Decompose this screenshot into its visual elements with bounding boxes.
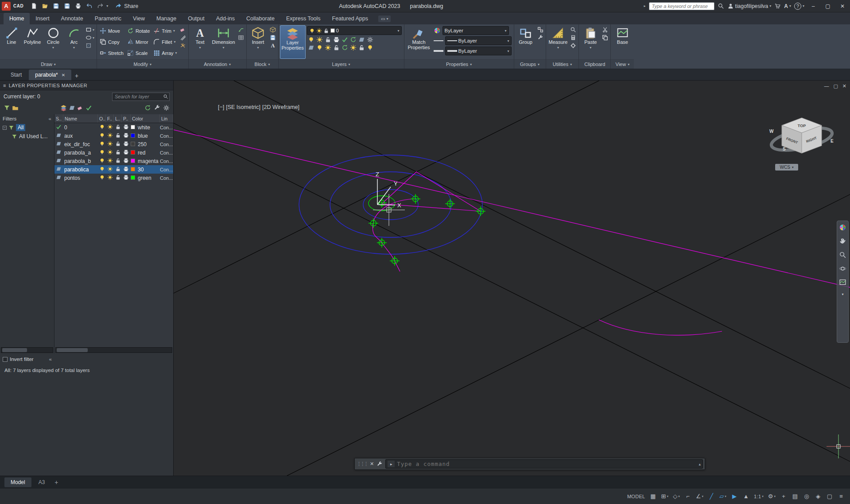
erase-tool[interactable] [180,27,186,33]
ellipse-tool[interactable]: ▾ [85,35,94,41]
doc-close-icon[interactable]: ✕ [842,83,846,89]
plot-button[interactable] [73,1,83,11]
offset-tool[interactable] [180,35,186,41]
zoom-icon[interactable] [839,251,846,259]
layer-tool-lpar-icon[interactable] [358,36,365,43]
drawing-area[interactable]: Z Y X [−] [SE Isometric] [2D W [174,81,850,476]
layer-linetype[interactable]: Con... [160,142,173,147]
orbit-icon[interactable] [839,265,846,272]
command-line-close-icon[interactable]: ✕ [370,461,374,467]
layer-properties-button[interactable]: Layer Properties [280,25,306,59]
linetype-icon[interactable] [434,40,443,41]
ribbon-tab-view[interactable]: View [127,13,151,24]
base-view-tool[interactable]: Base [612,25,633,59]
color-wheel-icon[interactable] [434,27,441,34]
quick-select-tool[interactable] [570,27,576,33]
lineweight-icon[interactable] [434,50,443,52]
search-icon[interactable] [718,3,724,9]
ribbon-tab-insert[interactable]: Insert [30,13,55,24]
panel-label-utilities[interactable]: Utilities▾ [546,59,579,69]
model-space-drawing[interactable]: Z Y X [174,81,850,476]
point-marker[interactable] [445,199,455,209]
layer-linetype[interactable]: Con... [160,125,173,130]
ribbon-tab-featured-apps[interactable]: Featured Apps [326,13,374,24]
layer-freeze-icon[interactable] [106,158,114,165]
tree-expander-icon[interactable]: − [3,126,7,130]
ribbon-tab-output[interactable]: Output [182,13,210,24]
view-control[interactable]: [SE Isometric] [226,104,260,110]
ribbon-tab-express-tools[interactable]: Express Tools [280,13,326,24]
lineweight-combo[interactable]: ByLayer▾ [445,47,512,55]
ribbon-display-toggle[interactable]: ▭▾ [378,16,391,22]
linetype-combo[interactable]: ByLayer▾ [445,36,512,45]
layer-tool-refresh-icon[interactable] [350,36,357,43]
table-tool[interactable] [238,35,244,41]
delete-layer-button[interactable] [77,105,84,112]
layer-tool-check-icon[interactable] [342,36,348,43]
layer-tool-bulb-icon[interactable] [316,44,323,51]
ribbon-tab-collaborate[interactable]: Collaborate [241,13,280,24]
circle-tool[interactable]: Circle▾ [43,25,63,59]
array-tool[interactable]: Array▾ [152,50,178,56]
layer-row-aux[interactable]: auxblueCon... [54,132,173,140]
copy-tool[interactable]: Copy [98,39,125,45]
layer-tool-sun-icon[interactable] [316,36,323,43]
layer-freeze-icon[interactable] [106,124,114,131]
layer-plot-icon[interactable] [122,124,131,131]
pan-icon[interactable] [839,237,846,245]
statusbar-workspace-switching[interactable]: ⚙▾ [766,492,777,501]
construction-lines[interactable] [174,81,850,476]
layer-tool-lpar-icon[interactable] [308,44,314,51]
layer-tool-lock-icon[interactable] [358,44,365,51]
search-collapse-icon[interactable]: ▸ [644,4,646,8]
file-tab-parabola[interactable]: parabola*✕ [29,70,71,80]
point-marker[interactable] [369,218,378,228]
viewcube-west-label[interactable]: W [769,129,774,134]
viewcube-south-label[interactable]: S [783,147,786,151]
collapse-filters-icon[interactable]: « [49,116,51,121]
dimension-tool[interactable]: Dimension▾ [211,25,237,59]
navigation-wheel-icon[interactable] [839,224,846,231]
layer-plot-icon[interactable] [122,174,131,182]
command-customize-wrench-icon[interactable] [376,461,383,467]
layer-lock-icon[interactable] [114,124,122,131]
layer-tool-sun-icon[interactable] [350,44,357,51]
layer-color-swatch[interactable] [131,175,135,180]
ribbon-tab-add-ins[interactable]: Add-ins [210,13,241,24]
panel-label-layers[interactable]: Layers▾ [279,59,404,69]
command-line[interactable]: ⋮⋮⋮ ✕ ▸ ▴ [354,458,705,470]
new-layer-button[interactable] [69,105,75,112]
point-marker[interactable] [390,256,400,266]
layer-freeze-icon[interactable] [106,174,114,182]
filter-tree-item-all[interactable]: − All [0,123,54,132]
redo-button[interactable] [95,1,105,11]
layer-settings-button[interactable] [154,105,160,112]
layer-on-icon[interactable] [98,158,106,165]
panel-label-annotation[interactable]: Annotation▾ [189,59,246,69]
autodesk-apps-button[interactable]: A▾ [784,3,791,9]
layer-tool-refresh-icon[interactable] [342,44,348,51]
command-history-toggle-icon[interactable]: ▴ [699,462,701,466]
statusbar-hardware-acceleration[interactable]: ◈ [813,492,823,501]
point-marker[interactable] [476,206,485,216]
layer-on-icon[interactable] [98,124,106,131]
layer-color-swatch[interactable] [131,133,135,138]
share-button[interactable]: Share [115,3,138,9]
layer-plot-icon[interactable] [122,166,131,173]
panel-label-groups[interactable]: Groups▾ [514,59,546,69]
fillet-tool[interactable]: Fillet▾ [152,39,178,45]
layer-search-input[interactable] [112,93,170,101]
ribbon-tab-parametric[interactable]: Parametric [89,13,127,24]
layer-plot-icon[interactable] [122,149,131,156]
layer-freeze-icon[interactable] [106,141,114,148]
viewcube[interactable]: W S E TOP FRONT RIGHT WCS ▾ [761,102,845,176]
close-tab-icon[interactable]: ✕ [62,73,65,78]
show-motion-icon[interactable] [839,279,846,286]
quick-calc-tool[interactable] [570,35,576,41]
layer-on-icon[interactable] [98,132,106,140]
layer-tool-lock-icon[interactable] [333,44,340,51]
keyword-search-input[interactable] [649,2,714,10]
autocad-logo-icon[interactable]: A [2,2,11,11]
hatch-tool[interactable] [85,43,94,49]
layer-color-swatch[interactable] [131,167,135,171]
